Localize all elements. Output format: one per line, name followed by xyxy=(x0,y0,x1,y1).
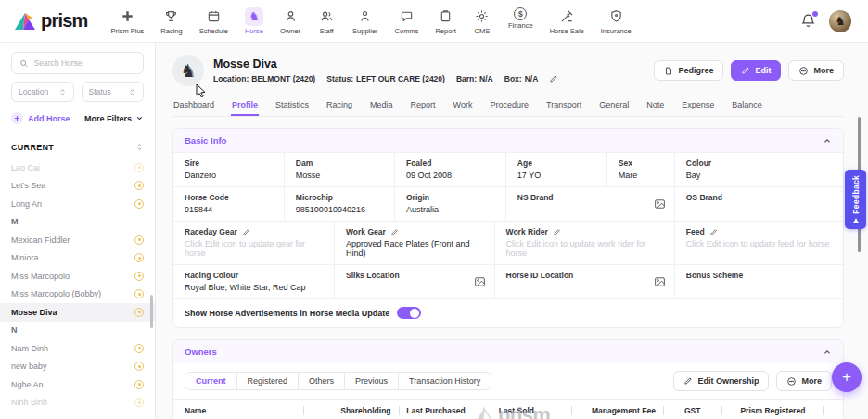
add-fab-button[interactable]: + xyxy=(832,362,862,392)
tab-note[interactable]: Note xyxy=(645,96,665,116)
sidebar-horse-item-selected[interactable]: Mosse Diva xyxy=(0,303,155,322)
search-horse-input[interactable] xyxy=(34,58,135,68)
user-avatar[interactable]: ♞ xyxy=(829,10,851,32)
sidebar-horse-item[interactable]: Let's Sea xyxy=(0,177,155,196)
edit-pencil-icon[interactable] xyxy=(242,228,250,236)
status-dot-icon xyxy=(134,398,144,407)
owners-tab-previous[interactable]: Previous xyxy=(344,372,399,390)
collapse-chevron-up-icon[interactable] xyxy=(823,136,832,146)
clipboard-icon xyxy=(437,7,455,26)
more-button[interactable]: More xyxy=(788,60,844,81)
tab-procedure[interactable]: Procedure xyxy=(489,96,530,116)
tab-dashboard[interactable]: Dashboard xyxy=(172,96,215,116)
brand-logo[interactable]: prism xyxy=(13,10,87,32)
tab-profile[interactable]: Profile xyxy=(231,96,259,116)
nav-item-staff[interactable]: Staff xyxy=(311,4,342,39)
sidebar-horse-item[interactable]: Miniora xyxy=(0,249,155,268)
filter-row: Location Status xyxy=(11,82,144,102)
plus-icon xyxy=(118,7,136,26)
owners-tab-transaction-history[interactable]: Transaction History xyxy=(398,372,491,390)
sort-icon[interactable] xyxy=(135,142,144,152)
nav-item-insurance[interactable]: Insurance xyxy=(594,4,638,39)
field-racing-colour: Racing ColourRoyal Blue, White Star, Red… xyxy=(173,265,335,298)
toggle-row: Show Horse Advertisements in Horse Media… xyxy=(173,298,843,327)
nav-item-report[interactable]: Report xyxy=(428,4,463,39)
owners-header: Owners xyxy=(173,340,843,363)
owners-tab-others[interactable]: Others xyxy=(298,372,345,390)
owners-more-button[interactable]: More xyxy=(776,371,832,391)
horse-ads-toggle[interactable] xyxy=(397,307,421,319)
sidebar-scrollbar[interactable] xyxy=(150,295,153,328)
notifications-button[interactable] xyxy=(800,13,816,29)
pencil-icon xyxy=(741,66,750,75)
chat-icon xyxy=(398,7,416,26)
status-dot-icon xyxy=(134,308,144,317)
current-section-header: CURRENT xyxy=(11,133,144,159)
horse-header-text: Mosse Diva Location:BELMONT (2420) Statu… xyxy=(213,57,645,83)
basic-info-card: Basic Info SireDanzero DamMosse Foaled09… xyxy=(172,128,844,328)
horse-avatar[interactable]: ♞ xyxy=(172,55,204,86)
nav-item-prism-plus[interactable]: Prism Plus xyxy=(104,4,150,39)
edit-ownership-button[interactable]: Edit Ownership xyxy=(673,371,769,391)
owners-tab-registered[interactable]: Registered xyxy=(236,372,300,390)
tab-expense[interactable]: Expense xyxy=(681,96,715,116)
field-dam: DamMosse xyxy=(285,153,395,186)
nav-item-finance[interactable]: $ Finance xyxy=(502,4,540,33)
feedback-button[interactable]: Feedback xyxy=(845,170,866,229)
tab-media[interactable]: Media xyxy=(369,96,394,116)
sidebar-horse-item[interactable]: Ninh Binh xyxy=(0,394,155,413)
nav-item-owner[interactable]: Owner xyxy=(274,4,307,39)
tab-racing[interactable]: Racing xyxy=(326,96,353,116)
nav-item-schedule[interactable]: Schedule xyxy=(193,4,235,39)
pedigree-button[interactable]: Pedigree xyxy=(654,60,723,81)
sidebar-horse-item[interactable]: Lao Cai xyxy=(0,159,155,177)
add-horse-button[interactable]: Add Horse xyxy=(11,112,70,124)
basic-info-row-2: Horse Code915844 Microchip98510001094021… xyxy=(173,186,843,221)
sidebar-horse-item[interactable]: Mexican Fiddler xyxy=(0,231,155,249)
image-icon[interactable] xyxy=(474,276,486,288)
calendar-icon xyxy=(204,7,223,26)
status-filter-select[interactable]: Status xyxy=(82,82,145,102)
nav-item-horse-sale[interactable]: Horse Sale xyxy=(543,4,591,39)
tab-report[interactable]: Report xyxy=(410,96,437,116)
app-window: prism Prism Plus Racing Schedule ♞ Horse… xyxy=(0,0,868,419)
more-filters-button[interactable]: More Filters xyxy=(84,114,144,123)
supplier-person-icon xyxy=(356,7,375,26)
field-silks-location: Silks Location xyxy=(335,265,495,298)
edit-pencil-icon[interactable] xyxy=(709,228,718,236)
sidebar-horse-item[interactable]: Miss Marcopolo (Bobby) xyxy=(0,286,155,304)
tab-transport[interactable]: Transport xyxy=(545,96,582,116)
main-nav: Prism Plus Racing Schedule ♞ Horse Owner… xyxy=(104,4,800,39)
edit-pencil-icon[interactable] xyxy=(553,228,561,236)
status-dot-icon xyxy=(134,344,144,353)
edit-meta-pencil-icon[interactable] xyxy=(549,74,558,83)
nav-item-horse[interactable]: ♞ Horse xyxy=(238,4,270,39)
field-sex: SexMare xyxy=(607,153,675,186)
sidebar-horse-item[interactable]: Miss Marcopolo xyxy=(0,267,155,286)
nav-item-comms[interactable]: Comms xyxy=(389,4,426,39)
location-filter-select[interactable]: Location xyxy=(11,82,74,102)
field-horse-id-location: Horse ID Location xyxy=(495,265,675,298)
edit-button[interactable]: Edit xyxy=(731,60,781,81)
pencil-icon xyxy=(683,376,693,386)
tab-work[interactable]: Work xyxy=(453,96,474,116)
owners-tab-current[interactable]: Current xyxy=(185,372,237,390)
sidebar-horse-item[interactable]: Long An xyxy=(0,195,155,213)
nav-item-racing[interactable]: Racing xyxy=(154,4,188,39)
page-title: Mosse Diva xyxy=(213,57,645,70)
sidebar-horse-item[interactable]: Nghe An xyxy=(0,375,155,394)
basic-info-row-1: SireDanzero DamMosse Foaled09 Oct 2008 A… xyxy=(173,152,843,186)
tab-balance[interactable]: Balance xyxy=(731,96,763,116)
image-icon[interactable] xyxy=(654,276,666,288)
nav-item-supplier[interactable]: Supplier xyxy=(346,4,385,39)
sidebar-horse-item[interactable]: new baby xyxy=(0,358,155,376)
image-icon[interactable] xyxy=(654,198,666,210)
owners-tabs: Current Registered Others Previous Trans… xyxy=(185,372,491,390)
owners-toolbar: Current Registered Others Previous Trans… xyxy=(173,363,843,399)
tab-general[interactable]: General xyxy=(598,96,630,116)
sidebar-horse-item[interactable]: Nam Dinh xyxy=(0,339,155,358)
collapse-chevron-up-icon[interactable] xyxy=(823,348,832,357)
edit-pencil-icon[interactable] xyxy=(390,228,399,236)
tab-statistics[interactable]: Statistics xyxy=(274,96,310,116)
nav-item-cms[interactable]: CMS xyxy=(466,4,498,39)
